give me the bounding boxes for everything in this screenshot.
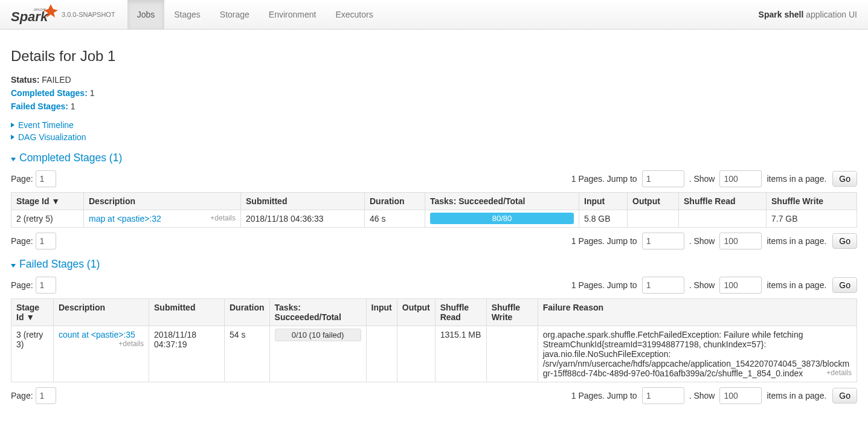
- spark-logo-icon: APACHE Spark: [11, 3, 58, 26]
- go-button[interactable]: Go: [832, 171, 857, 187]
- brand[interactable]: APACHE Spark 3.0.0-SNAPSHOT: [11, 3, 115, 26]
- pagination-bottom-completed: Page: 1 Pages. Jump to . Show items in a…: [11, 233, 857, 249]
- failed-stages-header: Failed Stages (1): [11, 258, 857, 271]
- nav-tabs: Jobs Stages Storage Environment Executor…: [127, 0, 383, 29]
- event-timeline-toggle[interactable]: Event Timeline: [11, 119, 74, 131]
- col-shuffle-read[interactable]: Shuffle Read: [679, 193, 767, 210]
- details-link[interactable]: +details: [118, 339, 144, 348]
- cell-duration: 46 s: [365, 210, 425, 228]
- cell-shuffle-write: [486, 326, 538, 382]
- cell-submitted: 2018/11/18 04:37:19: [149, 326, 225, 382]
- app-name: Spark shell application UI: [759, 10, 857, 19]
- tab-executors[interactable]: Executors: [326, 0, 382, 29]
- col-description[interactable]: Description: [54, 299, 149, 326]
- jump-input[interactable]: [642, 233, 684, 249]
- completed-stages-link[interactable]: Completed Stages:: [11, 88, 88, 98]
- go-button[interactable]: Go: [832, 233, 857, 249]
- page-input[interactable]: [36, 387, 56, 404]
- cell-duration: 54 s: [225, 326, 270, 382]
- cell-input: [366, 326, 397, 382]
- tab-storage[interactable]: Storage: [210, 0, 259, 29]
- pagination-bottom-failed: Page: 1 Pages. Jump to . Show items in a…: [11, 387, 857, 404]
- cell-description: count at <pastie>:35+details: [54, 326, 149, 382]
- col-duration[interactable]: Duration: [365, 193, 425, 210]
- col-input[interactable]: Input: [366, 299, 397, 326]
- status-value: FAILED: [42, 75, 71, 85]
- col-shuffle-read[interactable]: Shuffle Read: [435, 299, 486, 326]
- page-label: Page:: [11, 174, 33, 184]
- col-description[interactable]: Description: [84, 193, 241, 210]
- details-link[interactable]: +details: [210, 214, 236, 222]
- page-input[interactable]: [36, 170, 56, 187]
- col-tasks[interactable]: Tasks: Succeeded/Total: [425, 193, 579, 210]
- jump-input[interactable]: [642, 277, 684, 294]
- show-label: . Show: [689, 174, 715, 184]
- cell-shuffle-read: 1315.1 MB: [435, 326, 486, 382]
- navbar: APACHE Spark 3.0.0-SNAPSHOT Jobs Stages …: [0, 0, 868, 30]
- col-output[interactable]: Output: [628, 193, 679, 210]
- caret-right-icon: [11, 123, 14, 127]
- tab-stages[interactable]: Stages: [164, 0, 210, 29]
- col-duration[interactable]: Duration: [225, 299, 270, 326]
- cell-input: 5.8 GB: [579, 210, 628, 228]
- show-input[interactable]: [719, 170, 762, 187]
- cell-shuffle-write: 7.7 GB: [767, 210, 857, 228]
- pagination-top-failed: Page: 1 Pages. Jump to . Show items in a…: [11, 277, 857, 294]
- jump-input[interactable]: [642, 387, 684, 404]
- pagination-top-completed: Page: 1 Pages. Jump to . Show items in a…: [11, 170, 857, 187]
- tab-environment[interactable]: Environment: [259, 0, 326, 29]
- task-progress-bar: 0/10 (10 failed): [275, 329, 361, 341]
- summary-list: Status: FAILED Completed Stages: 1 Faile…: [11, 73, 857, 113]
- cell-failure-reason: org.apache.spark.shuffle.FetchFailedExce…: [538, 326, 857, 382]
- jump-input[interactable]: [642, 170, 684, 187]
- failed-stages-link[interactable]: Failed Stages:: [11, 101, 68, 111]
- col-failure-reason[interactable]: Failure Reason: [538, 299, 857, 326]
- col-stage-id[interactable]: Stage Id ▼: [11, 193, 84, 210]
- col-submitted[interactable]: Submitted: [149, 299, 225, 326]
- col-shuffle-write[interactable]: Shuffle Write: [486, 299, 538, 326]
- pages-text: 1 Pages. Jump to: [571, 174, 637, 184]
- show-input[interactable]: [719, 277, 762, 294]
- completed-stages-header: Completed Stages (1): [11, 152, 857, 164]
- col-tasks[interactable]: Tasks: Succeeded/Total: [269, 299, 366, 326]
- failed-stages-table: Stage Id ▼ Description Submitted Duratio…: [11, 298, 857, 382]
- stage-description-link[interactable]: count at <pastie>:35: [59, 330, 135, 339]
- cell-stage-id: 3 (retry 3): [11, 326, 54, 382]
- cell-submitted: 2018/11/18 04:36:33: [241, 210, 365, 228]
- caret-down-icon: [11, 158, 16, 161]
- completed-stages-table: Stage Id ▼ Description Submitted Duratio…: [11, 192, 857, 228]
- details-link[interactable]: +details: [826, 368, 852, 377]
- table-row: 3 (retry 3) count at <pastie>:35+details…: [11, 326, 857, 382]
- col-output[interactable]: Output: [397, 299, 435, 326]
- tab-jobs[interactable]: Jobs: [127, 0, 165, 29]
- caret-down-icon: [11, 264, 16, 268]
- col-shuffle-write[interactable]: Shuffle Write: [767, 193, 857, 210]
- cell-output: [628, 210, 679, 228]
- cell-shuffle-read: [679, 210, 767, 228]
- task-progress-bar: 80/80: [430, 213, 574, 224]
- cell-output: [397, 326, 435, 382]
- page-title: Details for Job 1: [11, 48, 857, 65]
- col-submitted[interactable]: Submitted: [241, 193, 365, 210]
- show-input[interactable]: [719, 387, 762, 404]
- page-input[interactable]: [36, 277, 56, 294]
- show-input[interactable]: [719, 233, 762, 249]
- dag-visualization-toggle[interactable]: DAG Visualization: [11, 131, 86, 143]
- status-label: Status:: [11, 75, 39, 85]
- brand-version: 3.0.0-SNAPSHOT: [62, 11, 115, 18]
- completed-stages-count: 1: [90, 88, 95, 98]
- page-input[interactable]: [36, 233, 56, 249]
- col-input[interactable]: Input: [579, 193, 628, 210]
- col-stage-id[interactable]: Stage Id ▼: [11, 299, 54, 326]
- go-button[interactable]: Go: [832, 388, 857, 404]
- stage-description-link[interactable]: map at <pastie>:32: [89, 214, 161, 224]
- items-label: items in a page.: [767, 174, 826, 184]
- caret-right-icon: [11, 135, 14, 140]
- cell-tasks: 80/80: [425, 210, 579, 228]
- cell-tasks: 0/10 (10 failed): [269, 326, 366, 382]
- table-row: 2 (retry 5) map at <pastie>:32+details 2…: [11, 210, 857, 228]
- cell-description: map at <pastie>:32+details: [84, 210, 241, 228]
- failed-stages-count: 1: [71, 101, 76, 111]
- cell-stage-id: 2 (retry 5): [11, 210, 84, 228]
- go-button[interactable]: Go: [832, 277, 857, 293]
